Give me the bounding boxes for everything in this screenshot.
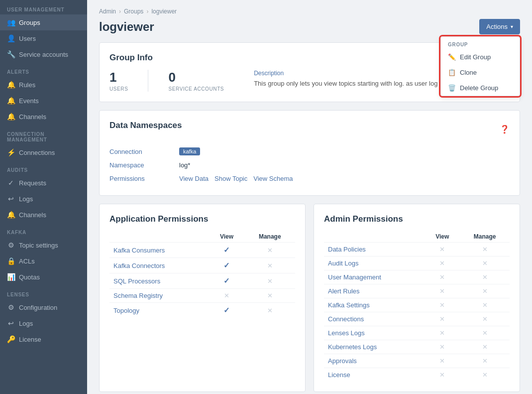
admin-perms-col-label <box>324 231 425 243</box>
perm-label: Kubernetes Logs <box>324 340 425 354</box>
table-row: Kafka Consumers ✓ ✕ <box>109 243 295 258</box>
admin-permissions-card: Admin Permissions View Manage Data Polic… <box>314 204 520 392</box>
check-icon: ✓ <box>223 306 230 314</box>
perm-view: ✕ <box>425 243 460 257</box>
permissions-label: Permissions <box>109 175 179 182</box>
show-topic-link[interactable]: Show Topic <box>214 175 247 182</box>
x-icon: ✕ <box>482 246 488 253</box>
perm-manage: ✕ <box>460 270 510 284</box>
admin-perms-col-view: View <box>425 231 460 243</box>
logs-icon: ↩ <box>7 195 15 203</box>
breadcrumb-sep2: › <box>146 8 148 15</box>
page-header: logviewer Actions ▾ GROUP ✏️ Edit Group … <box>99 19 520 34</box>
perm-label: Connections <box>324 312 425 326</box>
x-icon: ✕ <box>439 287 445 295</box>
sidebar-item-acls[interactable]: 🔒 ACLs <box>0 253 87 269</box>
namespace-value-text: log* <box>179 161 190 169</box>
table-row: Data Policies ✕ ✕ <box>324 243 510 257</box>
sidebar-item-connections[interactable]: ⚡ Connections <box>0 144 87 160</box>
sidebar-item-requests-label: Requests <box>19 179 46 187</box>
sidebar-item-groups[interactable]: 👥 Groups <box>0 14 87 30</box>
table-row: License ✕ ✕ <box>324 368 510 382</box>
sidebar-item-connections-label: Connections <box>19 149 55 156</box>
table-row: SQL Processors ✓ ✕ <box>109 273 295 289</box>
sidebar-item-service-accounts[interactable]: 🔧 Service accounts <box>0 46 87 62</box>
kafka-badge: kafka <box>179 147 200 155</box>
perm-manage: ✕ <box>245 303 295 318</box>
x-icon: ✕ <box>439 246 445 253</box>
help-icon[interactable]: ❓ <box>500 125 510 134</box>
actions-button-wrapper: Actions ▾ GROUP ✏️ Edit Group 📋 Clone <box>479 19 520 34</box>
sidebar-item-logs[interactable]: ↩ Logs <box>0 191 87 207</box>
namespace-label: Namespace <box>109 161 179 169</box>
sidebar-item-rules[interactable]: 🔔 Rules <box>0 77 87 93</box>
check-icon: ✓ <box>223 246 230 254</box>
sidebar-item-channels-label: Channels <box>19 113 46 121</box>
perm-label: Topology <box>109 303 209 318</box>
permissions-links: View Data Show Topic View Schema <box>179 175 293 182</box>
x-icon: ✕ <box>482 315 488 323</box>
breadcrumb-logviewer: logviewer <box>151 8 177 15</box>
breadcrumb-groups[interactable]: Groups <box>124 8 143 15</box>
dropdown-delete-group[interactable]: 🗑️ Delete Group <box>441 80 520 96</box>
app-perms-title: Application Permissions <box>109 214 295 224</box>
perm-manage: ✕ <box>460 354 510 368</box>
sidebar-item-license-label: License <box>19 336 41 343</box>
app-perms-col-label <box>109 231 209 243</box>
sidebar-section-label-alerts: Alerts <box>0 62 87 77</box>
sidebar-item-channels2[interactable]: 🔔 Channels <box>0 207 87 223</box>
data-namespaces-card: Data Namespaces ❓ Connection kafka Names… <box>99 110 520 196</box>
sidebar-item-channels2-label: Channels <box>19 211 46 219</box>
sidebar-item-lenses-logs[interactable]: ↩ Logs <box>0 315 87 331</box>
sidebar-item-topic-settings[interactable]: ⚙ Topic settings <box>0 237 87 253</box>
users-count: 1 <box>109 70 128 85</box>
perm-view: ✓ <box>209 243 244 258</box>
channels-icon: 🔔 <box>7 113 15 121</box>
sidebar-item-configuration[interactable]: ⚙ Configuration <box>0 299 87 315</box>
page-title: logviewer <box>99 20 154 34</box>
perm-view: ✓ <box>209 303 244 318</box>
perm-label: Lenses Logs <box>324 326 425 340</box>
table-row: User Management ✕ ✕ <box>324 270 510 284</box>
clone-icon: 📋 <box>448 69 456 76</box>
x-icon: ✕ <box>267 277 273 285</box>
x-icon: ✕ <box>267 247 273 254</box>
breadcrumb: Admin › Groups › logviewer <box>99 8 520 15</box>
sidebar-section-label-lenses: Lenses <box>0 285 87 299</box>
perm-manage: ✕ <box>460 312 510 326</box>
sidebar-item-acls-label: ACLs <box>19 258 35 265</box>
users-label: USERS <box>109 86 128 92</box>
requests-icon: ✓ <box>7 179 15 187</box>
view-schema-link[interactable]: View Schema <box>253 175 293 182</box>
users-icon: 👤 <box>7 34 15 42</box>
perm-label: Alert Rules <box>324 284 425 298</box>
breadcrumb-sep1: › <box>119 8 121 15</box>
actions-button[interactable]: Actions ▾ <box>479 19 520 34</box>
app-perms-col-view: View <box>209 231 244 243</box>
sidebar-item-users[interactable]: 👤 Users <box>0 30 87 46</box>
service-accounts-label: SERVICE ACCOUNTS <box>168 86 224 92</box>
perm-label: Kafka Settings <box>324 298 425 312</box>
perm-label: Approvals <box>324 354 425 368</box>
x-icon: ✕ <box>267 262 273 269</box>
sidebar-item-events[interactable]: 🔔 Events <box>0 93 87 109</box>
perm-manage: ✕ <box>460 284 510 298</box>
view-data-link[interactable]: View Data <box>179 175 209 182</box>
breadcrumb-admin[interactable]: Admin <box>99 8 116 15</box>
sidebar-item-users-label: Users <box>19 35 36 42</box>
perm-label: User Management <box>324 270 425 284</box>
perm-view: ✕ <box>425 326 460 340</box>
x-icon: ✕ <box>439 260 445 267</box>
sidebar-item-requests[interactable]: ✓ Requests <box>0 175 87 191</box>
sidebar-item-license[interactable]: 🔑 License <box>0 331 87 347</box>
clone-label: Clone <box>460 69 477 76</box>
sidebar-section-alerts: Alerts 🔔 Rules 🔔 Events 🔔 Channels <box>0 62 87 125</box>
table-row: Kafka Settings ✕ ✕ <box>324 298 510 312</box>
sidebar-item-quotas[interactable]: 📊 Quotas <box>0 269 87 285</box>
data-ns-connection-row: Connection kafka <box>109 144 510 158</box>
app-perms-table: View Manage Kafka Consumers ✓ ✕ Kafka Co… <box>109 231 295 318</box>
dropdown-edit-group[interactable]: ✏️ Edit Group <box>441 49 520 65</box>
sidebar-item-channels[interactable]: 🔔 Channels <box>0 109 87 125</box>
table-row: Lenses Logs ✕ ✕ <box>324 326 510 340</box>
dropdown-clone[interactable]: 📋 Clone <box>441 65 520 80</box>
